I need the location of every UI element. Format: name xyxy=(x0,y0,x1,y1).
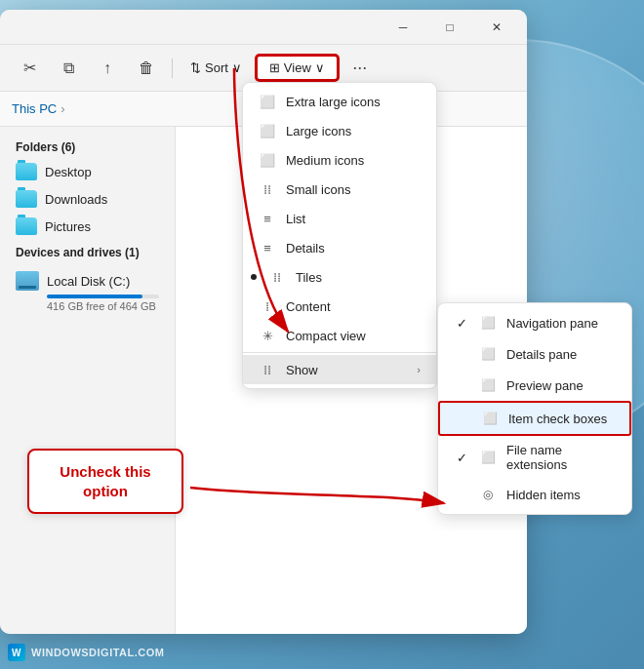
nav-pane-check: ✓ xyxy=(454,316,469,331)
show-label: Show xyxy=(286,363,318,377)
sidebar-item-label: Desktop xyxy=(45,165,92,179)
sidebar-item-label: Pictures xyxy=(45,219,91,234)
show-details-pane[interactable]: ⬜ Details pane xyxy=(438,338,631,370)
view-item-label: Details xyxy=(286,241,325,256)
maximize-button[interactable]: □ xyxy=(427,12,472,43)
sort-button[interactable]: ⇅ Sort ∨ xyxy=(181,57,252,79)
sort-icon: ⇅ xyxy=(190,60,201,75)
delete-button[interactable]: 🗑 xyxy=(129,51,164,86)
extensions-icon: ⬜ xyxy=(479,449,497,466)
watermark-logo: W xyxy=(8,644,25,661)
view-small-icons[interactable]: ⁞⁞ Small icons xyxy=(243,175,436,204)
view-show[interactable]: ⁞⁞ Show › xyxy=(243,355,436,384)
show-item-checkboxes[interactable]: ⬜ Item check boxes xyxy=(438,401,631,436)
drive-progress-fill xyxy=(47,295,142,298)
folder-icon xyxy=(16,163,37,180)
sidebar: Folders (6) Desktop Downloads Pictures D… xyxy=(0,127,176,634)
title-bar-controls: ─ □ ✕ xyxy=(381,12,519,43)
breadcrumb-this-pc[interactable]: This PC xyxy=(12,101,57,116)
view-menu: ⬜ Extra large icons ⬜ Large icons ⬜ Medi… xyxy=(242,82,437,389)
show-preview-pane[interactable]: ⬜ Preview pane xyxy=(438,370,631,401)
copy-button[interactable]: ⧉ xyxy=(51,51,86,86)
medium-icons-icon: ⬜ xyxy=(259,151,276,169)
drive-size-text: 416 GB free of 464 GB xyxy=(47,300,159,312)
close-button[interactable]: ✕ xyxy=(474,12,519,43)
watermark: W WINDOWSDIGITAL.COM xyxy=(8,644,165,661)
tiles-icon: ⁞⁞ xyxy=(268,268,286,286)
show-navigation-pane[interactable]: ✓ ⬜ Navigation pane xyxy=(438,307,631,338)
more-button[interactable]: ··· xyxy=(342,51,378,86)
view-chevron-icon: ∨ xyxy=(315,60,325,75)
view-compact[interactable]: ✳ Compact view xyxy=(243,321,436,350)
sidebar-item-desktop[interactable]: Desktop xyxy=(0,158,175,185)
small-icons-icon: ⁞⁞ xyxy=(259,180,276,198)
view-item-label: Small icons xyxy=(286,182,350,197)
local-disk-item[interactable]: Local Disk (C:) 416 GB free of 464 GB xyxy=(0,263,175,320)
sidebar-item-downloads[interactable]: Downloads xyxy=(0,185,175,213)
preview-pane-label: Preview pane xyxy=(506,378,584,393)
view-item-label: Tiles xyxy=(296,270,322,285)
sidebar-item-label: Downloads xyxy=(45,192,107,207)
view-item-label: Medium icons xyxy=(286,153,364,168)
title-bar: ─ □ ✕ xyxy=(0,10,527,45)
toolbar-separator xyxy=(172,59,173,78)
pictures-folder-icon xyxy=(16,217,37,235)
details-pane-icon: ⬜ xyxy=(479,345,497,363)
breadcrumb-separator: › xyxy=(60,101,64,116)
show-icon: ⁞⁞ xyxy=(259,361,276,378)
show-arrow-icon: › xyxy=(417,364,421,375)
view-tiles[interactable]: ⁞⁞ Tiles xyxy=(243,262,436,292)
sidebar-item-pictures[interactable]: Pictures xyxy=(0,213,175,240)
folders-header: Folders (6) xyxy=(0,135,175,158)
extensions-check: ✓ xyxy=(454,451,469,465)
callout-box: Uncheck this option xyxy=(27,449,183,514)
sort-label: Sort xyxy=(205,60,228,75)
preview-pane-icon: ⬜ xyxy=(479,376,497,394)
view-label: View xyxy=(284,60,311,75)
view-large-icons[interactable]: ⬜ Large icons xyxy=(243,116,436,145)
drives-header: Devices and drives (1) xyxy=(0,240,175,263)
bullet-indicator xyxy=(251,274,257,280)
view-list[interactable]: ≡ List xyxy=(243,204,436,233)
nav-pane-label: Navigation pane xyxy=(506,316,598,331)
sort-chevron-icon: ∨ xyxy=(232,60,242,75)
nav-pane-icon: ⬜ xyxy=(479,314,497,332)
view-details[interactable]: ≡ Details xyxy=(243,233,436,262)
minimize-button[interactable]: ─ xyxy=(381,12,425,43)
hidden-icon: ◎ xyxy=(479,486,497,503)
compact-icon: ✳ xyxy=(259,327,276,344)
drive-header: Local Disk (C:) xyxy=(16,271,159,291)
show-submenu: ✓ ⬜ Navigation pane ⬜ Details pane ⬜ Pre… xyxy=(437,302,632,515)
view-medium-icons[interactable]: ⬜ Medium icons xyxy=(243,145,436,175)
details-pane-label: Details pane xyxy=(506,347,577,362)
view-extra-large-icons[interactable]: ⬜ Extra large icons xyxy=(243,87,436,116)
watermark-text: WINDOWSDIGITAL.COM xyxy=(31,647,165,658)
content-icon: ⁞ xyxy=(259,297,276,315)
view-item-label: Content xyxy=(286,299,331,314)
view-item-label: Extra large icons xyxy=(286,95,381,109)
menu-divider xyxy=(243,352,436,353)
view-item-label: Compact view xyxy=(286,329,366,343)
list-icon: ≡ xyxy=(259,210,276,227)
view-button[interactable]: ⊞ View ∨ xyxy=(256,55,339,81)
large-icons-icon: ⬜ xyxy=(259,122,276,139)
show-file-extensions[interactable]: ✓ ⬜ File name extensions xyxy=(438,436,631,479)
details-icon: ≡ xyxy=(259,239,276,256)
extra-large-icons-icon: ⬜ xyxy=(259,93,276,110)
view-content[interactable]: ⁞ Content xyxy=(243,292,436,321)
share-button[interactable]: ↑ xyxy=(90,51,125,86)
drive-icon xyxy=(16,271,39,291)
view-item-label: List xyxy=(286,212,305,226)
checkboxes-icon: ⬜ xyxy=(481,410,499,427)
extensions-label: File name extensions xyxy=(506,443,616,472)
show-hidden-items[interactable]: ◎ Hidden items xyxy=(438,479,631,510)
hidden-label: Hidden items xyxy=(506,488,581,502)
view-icon: ⊞ xyxy=(269,60,280,75)
drive-progress-bar xyxy=(47,295,159,298)
cut-button[interactable]: ✂ xyxy=(12,51,47,86)
drive-label: Local Disk (C:) xyxy=(47,274,130,289)
checkboxes-label: Item check boxes xyxy=(508,412,607,426)
downloads-folder-icon xyxy=(16,190,37,208)
view-item-label: Large icons xyxy=(286,124,351,138)
callout-text: Uncheck this option xyxy=(60,463,150,499)
